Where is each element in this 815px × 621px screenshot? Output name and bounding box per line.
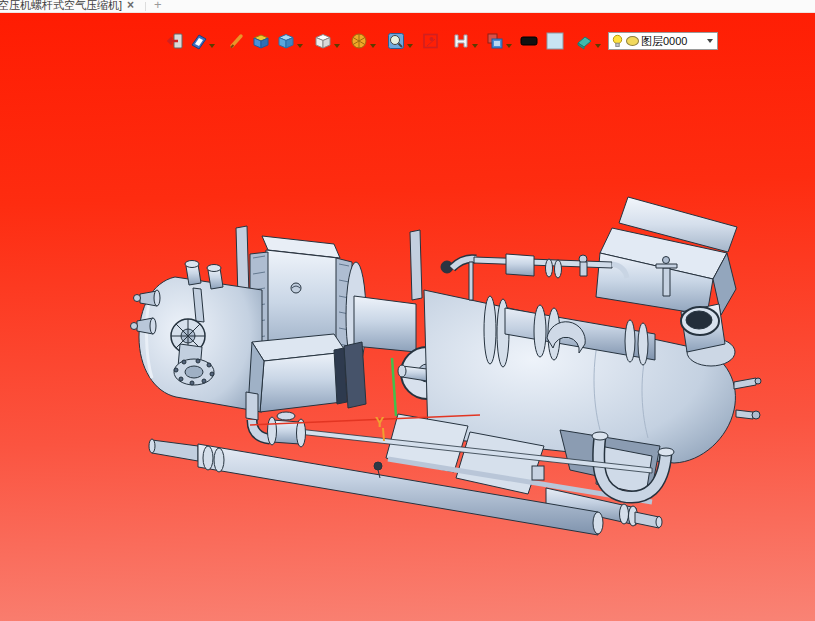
eraser-dropdown-icon[interactable] — [595, 44, 601, 48]
lightbulb-icon — [611, 34, 624, 48]
material-box-icon[interactable] — [252, 32, 270, 50]
line-color-swatch[interactable] — [520, 32, 538, 50]
layer-name-label: 图层0000 — [641, 33, 703, 49]
layer-combobox[interactable]: 图层0000 — [608, 32, 718, 50]
tab-close-icon[interactable]: × — [127, 0, 134, 10]
view-manager-dropdown-icon[interactable] — [209, 44, 215, 48]
quick-toolbar: 图层0000 — [0, 13, 815, 55]
wireframe-cube-icon[interactable] — [314, 32, 332, 50]
document-tabbar: 空压机螺杆式空气压缩机] × + — [0, 0, 815, 13]
h-beam-icon[interactable] — [452, 32, 470, 50]
cad-application-window: 空压机螺杆式空气压缩机] × + — [0, 0, 815, 621]
render-mode-dropdown-icon[interactable] — [506, 44, 512, 48]
exit-icon[interactable] — [166, 32, 184, 50]
document-tab[interactable]: 空压机螺杆式空气压缩机] × — [0, 0, 139, 13]
orange-sphere-icon[interactable] — [350, 32, 368, 50]
shaded-cube-dropdown-icon[interactable] — [297, 44, 303, 48]
sketch-plane-icon[interactable] — [422, 32, 440, 50]
face-color-swatch[interactable] — [546, 32, 564, 50]
wireframe-cube-dropdown-icon[interactable] — [334, 44, 340, 48]
eraser-icon[interactable] — [575, 32, 593, 50]
h-beam-dropdown-icon[interactable] — [472, 44, 478, 48]
document-tab-title: 空压机螺杆式空气压缩机] — [0, 0, 122, 13]
zoom-icon[interactable] — [387, 32, 405, 50]
new-tab-button[interactable]: + — [154, 0, 162, 10]
zoom-dropdown-icon[interactable] — [407, 44, 413, 48]
view-manager-icon[interactable] — [190, 32, 208, 50]
render-mode-icon[interactable] — [486, 32, 504, 50]
tab-separator — [145, 2, 146, 11]
orange-sphere-dropdown-icon[interactable] — [370, 44, 376, 48]
layer-color-swatch — [626, 36, 639, 46]
pen-icon[interactable] — [228, 32, 246, 50]
viewport-3d[interactable]: Y — [0, 13, 815, 621]
layer-dropdown-icon[interactable] — [707, 39, 713, 43]
model-junction-box[interactable] — [248, 334, 346, 412]
model-hood[interactable] — [596, 197, 737, 315]
axis-y-label: Y — [375, 414, 385, 430]
shaded-cube-icon[interactable] — [277, 32, 295, 50]
model-air-compressor[interactable]: Y — [0, 0, 815, 621]
